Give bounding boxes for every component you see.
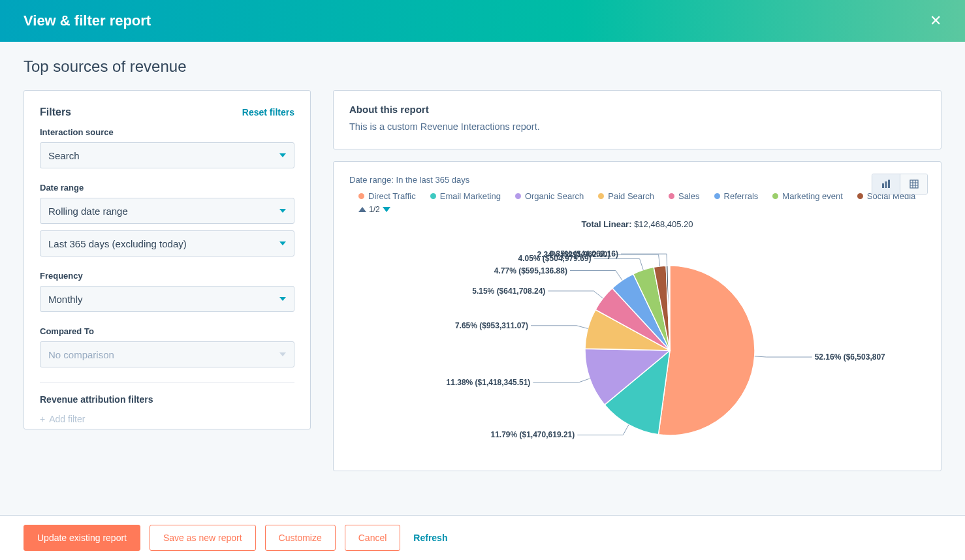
pie-slice-label: 0.35% ($44,062.16)	[550, 249, 618, 258]
legend-label: Referrals	[724, 191, 759, 201]
legend-item[interactable]: Sales	[669, 191, 700, 201]
pie-slice[interactable]	[658, 266, 755, 435]
legend-page-text: 1/2	[369, 205, 380, 214]
chart-total-label: Total Linear:	[581, 219, 631, 229]
legend-dot	[515, 193, 521, 199]
interaction-source-label: Interaction source	[40, 127, 294, 137]
legend-label: Marketing event	[782, 191, 843, 201]
chevron-down-icon	[279, 241, 286, 245]
legend-dot	[857, 193, 863, 199]
page-title: Top sources of revenue	[24, 57, 941, 76]
frequency-label: Frequency	[40, 271, 294, 281]
date-range-window-value: Last 365 days (excluding today)	[48, 238, 187, 249]
svg-rect-2	[888, 180, 890, 189]
legend-item[interactable]: Paid Search	[598, 191, 654, 201]
chart-total-value: $12,468,405.20	[634, 219, 693, 229]
close-icon[interactable]: ✕	[930, 12, 941, 29]
chart-view-button[interactable]	[872, 174, 900, 194]
interaction-source-value: Search	[48, 150, 80, 161]
pie-slice-label: 5.15% ($641,708.24)	[472, 287, 545, 296]
footer-actions: Update existing report Save as new repor…	[0, 515, 965, 530]
bar-chart-icon	[881, 179, 891, 189]
chevron-down-icon	[279, 297, 286, 301]
chart-card: Date range: In the last 365 days Direct …	[333, 161, 941, 471]
pie-slice-label: 11.79% ($1,470,619.21)	[490, 430, 575, 439]
cancel-button[interactable]: Cancel	[345, 525, 401, 530]
date-range-window-select[interactable]: Last 365 days (excluding today)	[40, 230, 294, 257]
legend-item[interactable]: Referrals	[714, 191, 759, 201]
header-bar: View & filter report ✕	[0, 0, 965, 42]
svg-rect-0	[882, 183, 884, 188]
legend-item[interactable]: Direct Traffic	[358, 191, 416, 201]
date-range-label: Date range	[40, 183, 294, 193]
about-text: This is a custom Revenue Interactions re…	[349, 121, 925, 132]
chevron-down-icon	[279, 352, 286, 356]
legend-dot	[772, 193, 778, 199]
legend-dot	[358, 193, 364, 199]
legend-dot	[598, 193, 604, 199]
filters-panel: Filters Reset filters Interaction source…	[24, 90, 311, 429]
legend-pager: 1/2	[358, 205, 925, 214]
legend-item[interactable]: Email Marketing	[430, 191, 501, 201]
legend-label: Paid Search	[608, 191, 654, 201]
about-card: About this report This is a custom Reven…	[333, 90, 941, 149]
legend-item[interactable]: Organic Search	[515, 191, 584, 201]
legend-dot	[430, 193, 436, 199]
about-heading: About this report	[349, 104, 925, 115]
customize-button[interactable]: Customize	[265, 525, 336, 530]
date-range-type-value: Rolling date range	[48, 206, 128, 217]
svg-rect-1	[885, 181, 887, 188]
pie-slice-label: 4.77% ($595,136.88)	[494, 266, 567, 275]
reset-filters-link[interactable]: Reset filters	[242, 107, 294, 117]
compared-to-value: No comparison	[48, 349, 114, 360]
plus-icon: +	[40, 414, 45, 424]
date-range-type-select[interactable]: Rolling date range	[40, 198, 294, 224]
pie-chart: 52.16% ($6,503,807.97)11.79% ($1,470,619…	[389, 233, 885, 455]
legend-dot	[714, 193, 720, 199]
pie-slice-label: 11.38% ($1,418,345.51)	[447, 378, 531, 387]
header-title: View & filter report	[24, 12, 151, 29]
legend-dot	[669, 193, 674, 199]
add-filter-label: Add filter	[49, 414, 85, 424]
table-view-button[interactable]	[900, 174, 927, 194]
legend-label: Direct Traffic	[368, 191, 416, 201]
legend-prev-icon[interactable]	[358, 207, 366, 212]
chevron-down-icon	[279, 209, 286, 213]
interaction-source-select[interactable]: Search	[40, 142, 294, 168]
svg-rect-3	[910, 180, 918, 188]
filters-heading: Filters	[40, 106, 71, 118]
update-report-button[interactable]: Update existing report	[24, 525, 140, 530]
table-icon	[910, 179, 919, 189]
add-filter-button[interactable]: + Add filter	[40, 414, 294, 424]
attribution-heading: Revenue attribution filters	[40, 394, 294, 405]
pie-slice-label: 7.65% ($953,311.07)	[455, 321, 528, 330]
frequency-select[interactable]: Monthly	[40, 286, 294, 312]
chevron-down-icon	[279, 153, 286, 157]
compared-to-select[interactable]: No comparison	[40, 341, 294, 367]
legend-next-icon[interactable]	[383, 207, 390, 212]
save-as-new-button[interactable]: Save as new report	[150, 525, 256, 530]
chart-legend: Direct TrafficEmail MarketingOrganic Sea…	[349, 191, 925, 201]
legend-label: Sales	[678, 191, 700, 201]
chart-view-toolbar	[872, 174, 928, 194]
legend-item[interactable]: Marketing event	[772, 191, 843, 201]
legend-label: Email Marketing	[440, 191, 501, 201]
pie-slice-label: 52.16% ($6,503,807.97)	[815, 352, 885, 362]
compared-to-label: Compared To	[40, 326, 294, 336]
divider	[40, 382, 294, 382]
frequency-value: Monthly	[48, 294, 83, 305]
chart-date-range: Date range: In the last 365 days	[349, 175, 925, 185]
legend-label: Organic Search	[525, 191, 584, 201]
